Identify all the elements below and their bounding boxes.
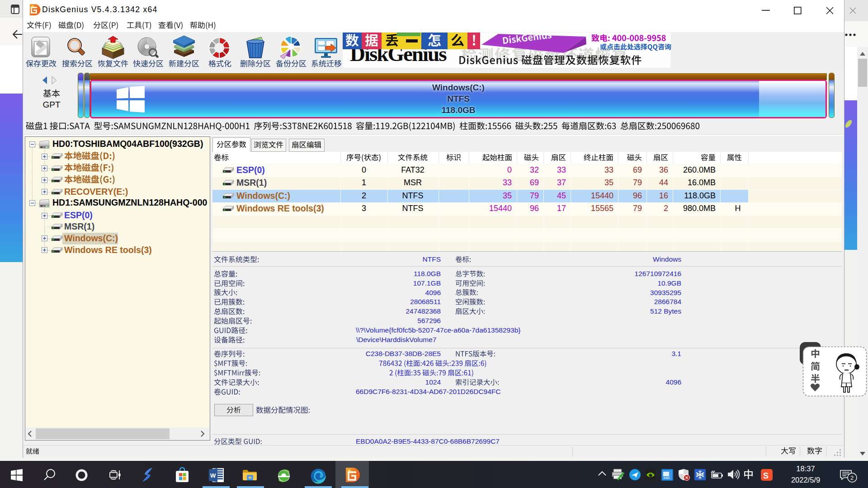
svg-text:intel: intel <box>664 476 670 479</box>
svg-text:W: W <box>210 472 216 479</box>
svg-text:S: S <box>763 471 769 480</box>
svg-text:2: 2 <box>850 474 854 481</box>
